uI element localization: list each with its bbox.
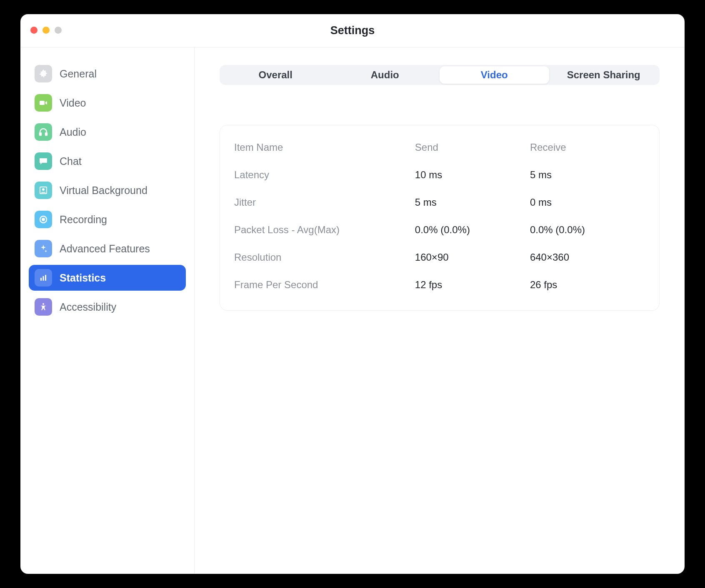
bar-chart-icon	[35, 269, 52, 287]
sidebar-item-virtual-background[interactable]: Virtual Background	[29, 177, 186, 203]
stats-tabbar: Overall Audio Video Screen Sharing	[220, 65, 660, 85]
stat-name: Resolution	[234, 252, 415, 263]
svg-rect-1	[40, 101, 45, 105]
stat-send: 5 ms	[415, 197, 530, 208]
sidebar-item-label: General	[60, 68, 97, 80]
stats-row: Frame Per Second 12 fps 26 fps	[234, 271, 645, 299]
tab-label: Audio	[371, 69, 399, 81]
svg-rect-8	[40, 278, 42, 281]
main-panel: Overall Audio Video Screen Sharing Item …	[195, 47, 685, 574]
stat-recv: 26 fps	[530, 279, 645, 291]
sidebar-item-advanced-features[interactable]: Advanced Features	[29, 236, 186, 262]
chat-bubble-icon	[35, 152, 52, 170]
svg-rect-10	[45, 275, 46, 281]
sidebar-item-accessibility[interactable]: Accessibility	[29, 294, 186, 320]
tab-overall[interactable]: Overall	[221, 66, 330, 84]
svg-rect-9	[43, 276, 44, 281]
stats-table: Item Name Send Receive Latency 10 ms 5 m…	[220, 125, 660, 311]
window-close-button[interactable]	[30, 27, 38, 34]
sidebar: General Video Audio Chat	[20, 47, 195, 574]
tab-label: Video	[481, 69, 508, 81]
window-minimize-button[interactable]	[42, 27, 50, 34]
tab-screen-sharing[interactable]: Screen Sharing	[549, 66, 659, 84]
tab-video[interactable]: Video	[440, 66, 549, 84]
stat-recv: 0.0% (0.0%)	[530, 224, 645, 236]
sidebar-item-label: Recording	[60, 214, 107, 226]
stat-name: Packet Loss - Avg(Max)	[234, 224, 415, 236]
headphones-icon	[35, 123, 52, 141]
tab-label: Overall	[259, 69, 292, 81]
sidebar-item-recording[interactable]: Recording	[29, 207, 186, 232]
svg-point-7	[42, 218, 45, 221]
video-camera-icon	[35, 94, 52, 112]
svg-point-11	[42, 303, 44, 305]
stat-name: Jitter	[234, 197, 415, 208]
stat-recv: 0 ms	[530, 197, 645, 208]
gear-icon	[35, 65, 52, 82]
stat-send: 10 ms	[415, 169, 530, 181]
accessibility-icon	[35, 298, 52, 316]
svg-rect-3	[45, 133, 47, 135]
sidebar-item-general[interactable]: General	[29, 61, 186, 87]
stat-send: 160×90	[415, 252, 530, 263]
sidebar-item-label: Virtual Background	[60, 184, 148, 197]
stats-row: Latency 10 ms 5 ms	[234, 161, 645, 189]
window-maximize-button[interactable]	[55, 27, 62, 34]
col-header-name: Item Name	[234, 142, 415, 153]
traffic-lights	[30, 27, 62, 34]
stats-row: Packet Loss - Avg(Max) 0.0% (0.0%) 0.0% …	[234, 216, 645, 244]
record-icon	[35, 211, 52, 228]
settings-window: Settings General Video Audio	[20, 14, 685, 574]
sidebar-item-audio[interactable]: Audio	[29, 119, 186, 145]
sidebar-item-label: Chat	[60, 155, 82, 167]
tab-label: Screen Sharing	[567, 69, 640, 81]
sidebar-item-label: Statistics	[60, 272, 106, 284]
stat-name: Frame Per Second	[234, 279, 415, 291]
sidebar-item-video[interactable]: Video	[29, 90, 186, 116]
sidebar-item-label: Accessibility	[60, 301, 116, 313]
portrait-icon	[35, 182, 52, 199]
sidebar-item-label: Video	[60, 97, 86, 109]
stat-name: Latency	[234, 169, 415, 181]
sidebar-item-statistics[interactable]: Statistics	[29, 265, 186, 291]
sparkle-icon	[35, 240, 52, 257]
tab-audio[interactable]: Audio	[330, 66, 440, 84]
sidebar-item-label: Audio	[60, 126, 86, 138]
stat-recv: 640×360	[530, 252, 645, 263]
stats-header-row: Item Name Send Receive	[234, 134, 645, 161]
stat-send: 12 fps	[415, 279, 530, 291]
window-title: Settings	[20, 24, 685, 37]
stats-row: Jitter 5 ms 0 ms	[234, 189, 645, 216]
svg-rect-2	[40, 133, 41, 135]
sidebar-item-chat[interactable]: Chat	[29, 148, 186, 174]
stat-recv: 5 ms	[530, 169, 645, 181]
svg-point-5	[42, 188, 45, 191]
stats-row: Resolution 160×90 640×360	[234, 244, 645, 271]
col-header-send: Send	[415, 142, 530, 153]
stat-send: 0.0% (0.0%)	[415, 224, 530, 236]
sidebar-item-label: Advanced Features	[60, 243, 150, 255]
titlebar: Settings	[20, 14, 685, 47]
col-header-receive: Receive	[530, 142, 645, 153]
